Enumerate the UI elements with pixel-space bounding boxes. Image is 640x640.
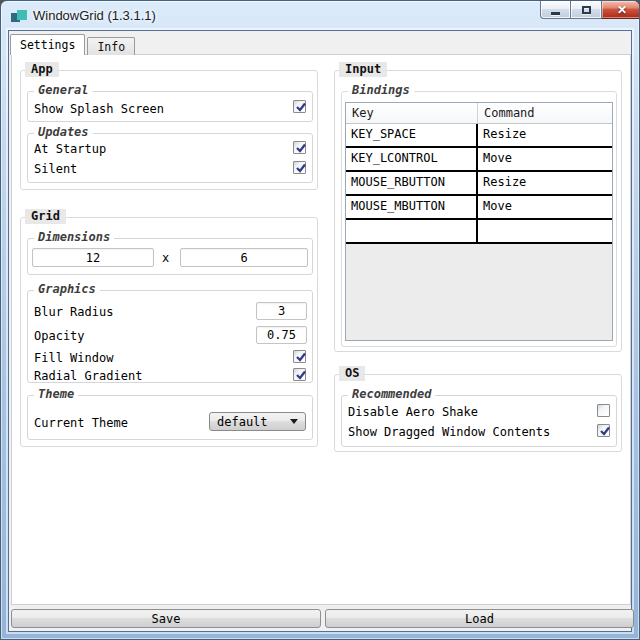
binding-key-cell: MOUSE_RBUTTON <box>346 172 478 194</box>
recommended-label: Recommended <box>348 388 435 401</box>
binding-command-cell: Resize <box>478 172 612 194</box>
graphics-box: Graphics Blur Radius Opacity Fill Window… <box>27 290 313 383</box>
binding-key-cell: KEY_SPACE <box>346 124 478 146</box>
fill-window-label: Fill Window <box>34 351 113 365</box>
app-groupbox: App General Show Splash Screen Updates A… <box>20 70 318 190</box>
radial-gradient-label: Radial Gradient <box>34 369 142 383</box>
blur-radius-input[interactable] <box>256 302 307 320</box>
fill-window-checkbox[interactable] <box>293 350 306 363</box>
binding-key-cell <box>346 220 478 242</box>
input-group-label: Input <box>339 62 387 77</box>
binding-row[interactable]: KEY_SPACEResize <box>346 124 612 148</box>
column-header-key[interactable]: Key <box>346 103 478 124</box>
binding-row[interactable]: MOUSE_MBUTTONMove <box>346 196 612 220</box>
minimize-icon <box>551 12 560 15</box>
general-box: General Show Splash Screen <box>27 91 313 122</box>
show-dragged-window-contents-label: Show Dragged Window Contents <box>348 425 550 439</box>
close-button[interactable]: ✕ <box>602 1 640 19</box>
minimize-button[interactable] <box>540 1 571 19</box>
bindings-table[interactable]: KeyCommandKEY_SPACEResizeKEY_LCONTROLMov… <box>345 102 613 341</box>
app-window: WindowGrid (1.3.1.1) ✕ Settings Info App… <box>0 0 640 640</box>
dimensions-label: Dimensions <box>34 231 114 244</box>
table-empty-area <box>346 244 612 340</box>
updates-label: Updates <box>34 126 93 139</box>
theme-label: Theme <box>34 388 78 401</box>
at-startup-label: At Startup <box>34 142 106 156</box>
blur-radius-label: Blur Radius <box>34 305 113 319</box>
windowgrid-logo-icon <box>11 8 27 24</box>
maximize-icon <box>582 6 591 14</box>
dimensions-separator: x <box>162 251 169 265</box>
graphics-label: Graphics <box>34 283 100 296</box>
chevron-down-icon <box>290 419 298 424</box>
disable-aero-shake-label: Disable Aero Shake <box>348 405 478 419</box>
caption-buttons: ✕ <box>540 1 640 19</box>
recommended-box: Recommended Disable Aero Shake Show Drag… <box>341 395 617 447</box>
show-dragged-window-contents-checkbox[interactable] <box>597 424 610 437</box>
column-header-command[interactable]: Command <box>478 103 612 124</box>
bindings-label: Bindings <box>348 84 414 97</box>
window-title: WindowGrid (1.3.1.1) <box>33 8 156 23</box>
os-groupbox: OS Recommended Disable Aero Shake Show D… <box>334 374 622 452</box>
tab-strip: Settings Info <box>10 33 135 55</box>
maximize-button[interactable] <box>571 1 602 19</box>
at-startup-checkbox[interactable] <box>293 141 306 154</box>
binding-command-cell: Move <box>478 196 612 218</box>
silent-label: Silent <box>34 162 77 176</box>
settings-page: App General Show Splash Screen Updates A… <box>11 54 631 605</box>
theme-box: Theme Current Theme default <box>27 395 313 440</box>
theme-select-value: default <box>217 415 290 429</box>
binding-key-cell: KEY_LCONTROL <box>346 148 478 170</box>
general-label: General <box>34 84 93 97</box>
tab-settings[interactable]: Settings <box>10 34 85 55</box>
title-bar[interactable]: WindowGrid (1.3.1.1) <box>8 1 632 30</box>
client-area: Settings Info App General Show Splash Sc… <box>8 30 632 632</box>
grid-height-input[interactable] <box>180 248 308 267</box>
binding-row[interactable] <box>346 220 612 244</box>
close-icon: ✕ <box>617 4 627 16</box>
save-button[interactable]: Save <box>11 609 321 628</box>
opacity-input[interactable] <box>256 326 307 344</box>
bindings-box: Bindings KeyCommandKEY_SPACEResizeKEY_LC… <box>341 91 617 347</box>
os-group-label: OS <box>339 366 365 381</box>
show-splash-screen-checkbox[interactable] <box>293 100 306 113</box>
app-group-label: App <box>25 62 59 77</box>
current-theme-label: Current Theme <box>34 416 128 430</box>
radial-gradient-checkbox[interactable] <box>293 368 306 381</box>
updates-box: Updates At Startup Silent <box>27 133 313 183</box>
show-splash-screen-label: Show Splash Screen <box>34 102 164 116</box>
binding-command-cell: Resize <box>478 124 612 146</box>
grid-group-label: Grid <box>25 209 66 224</box>
binding-key-cell: MOUSE_MBUTTON <box>346 196 478 218</box>
dimensions-box: Dimensions x <box>27 238 313 275</box>
input-groupbox: Input Bindings KeyCommandKEY_SPACEResize… <box>334 70 622 352</box>
binding-row[interactable]: MOUSE_RBUTTONResize <box>346 172 612 196</box>
binding-row[interactable]: KEY_LCONTROLMove <box>346 148 612 172</box>
tab-info[interactable]: Info <box>87 37 135 55</box>
theme-select[interactable]: default <box>209 412 306 431</box>
binding-command-cell <box>478 220 612 242</box>
disable-aero-shake-checkbox[interactable] <box>597 404 610 417</box>
binding-command-cell: Move <box>478 148 612 170</box>
grid-groupbox: Grid Dimensions x Graphics Blur Radius O… <box>20 217 318 447</box>
load-button[interactable]: Load <box>325 609 634 628</box>
opacity-label: Opacity <box>34 329 85 343</box>
table-header-row: KeyCommand <box>346 103 612 124</box>
grid-width-input[interactable] <box>32 248 154 267</box>
silent-checkbox[interactable] <box>293 161 306 174</box>
